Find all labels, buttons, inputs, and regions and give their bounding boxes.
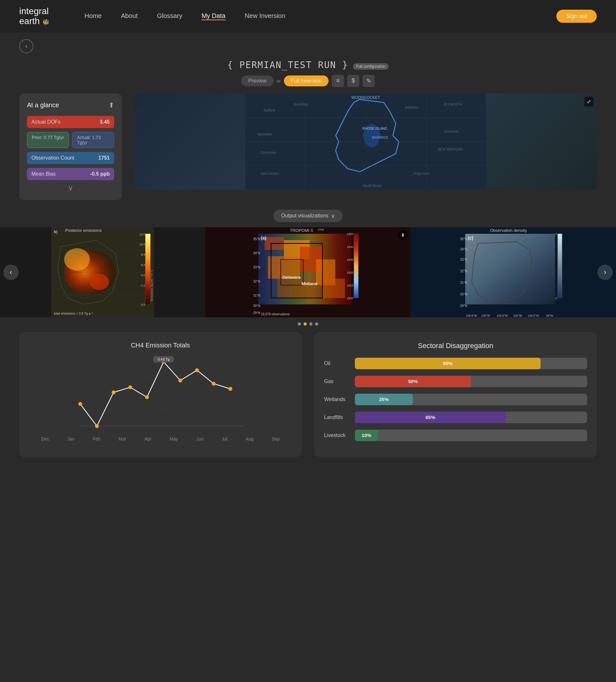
month-may: May <box>170 436 178 441</box>
svg-text:Attleboro: Attleboro <box>405 105 418 109</box>
map-background: WOONSOCKET RHODE ISLAND Stafford Smithfi… <box>135 93 597 190</box>
svg-text:4.2: 4.2 <box>141 274 145 277</box>
svg-point-118 <box>229 387 232 391</box>
carousel-section: ‹ <box>0 227 616 317</box>
svg-text:99°W: 99°W <box>546 314 553 317</box>
svg-text:Delaware: Delaware <box>282 275 301 280</box>
obs-value: 1751 <box>98 155 110 161</box>
dollar-icon-btn[interactable]: $ <box>347 75 359 87</box>
dot-4[interactable] <box>315 322 318 325</box>
bias-stat: Mean Bias -0.5 ppb <box>27 168 114 180</box>
sector-oil: Oil 80% <box>324 358 587 369</box>
nav-glossary[interactable]: Glossary <box>157 12 182 20</box>
back-button[interactable]: ‹ <box>19 39 33 53</box>
svg-text:New London: New London <box>261 172 279 175</box>
list-icon-btn[interactable]: ≡ <box>332 75 344 87</box>
svg-text:34°N: 34°N <box>460 248 467 251</box>
sector-oil-track: 80% <box>355 358 587 369</box>
carousel-next[interactable]: › <box>597 265 613 280</box>
toggle-row: Preview or Full Inversion ≡ $ ✎ <box>0 75 616 87</box>
nav-newinversion[interactable]: New Inversion <box>245 12 286 20</box>
obs-density-svg: 35°N 34°N 33°N 32°N 31°N 30°N 29°N 106.5… <box>411 227 616 317</box>
sector-landfills-label: Landfills <box>324 414 350 420</box>
svg-rect-75 <box>465 234 555 304</box>
nav-links: Home About Glossary My Data New Inversio… <box>85 12 540 20</box>
svg-point-110 <box>95 424 99 428</box>
svg-point-25 <box>64 248 90 271</box>
output-viz-label: Output visualizations <box>281 213 329 219</box>
svg-text:Colchester: Colchester <box>261 151 277 154</box>
sector-gas-label: Gas <box>324 379 350 384</box>
svg-text:TROPOMI X: TROPOMI X <box>290 228 313 233</box>
sector-livestock-label: Livestock <box>324 433 350 438</box>
sector-livestock-track: 10% <box>355 430 587 441</box>
svg-text:12.6: 12.6 <box>139 233 145 236</box>
sector-wetlands: Wetlands 25% <box>324 394 587 405</box>
svg-text:Midland: Midland <box>302 281 317 286</box>
sector-gas: Gas 50% <box>324 376 587 387</box>
export-icon[interactable]: ⬆ <box>109 101 114 110</box>
svg-point-26 <box>90 274 109 290</box>
svg-text:1820: 1820 <box>347 271 353 274</box>
svg-text:0.0: 0.0 <box>141 303 145 306</box>
glance-card: At a glance ⬆ Actual DOFs 3.45 Prior: 0.… <box>19 93 122 200</box>
dot-3[interactable] <box>309 322 312 325</box>
prior-actual-row: Prior: 0.77 Tg/yr Actual: 1.73 Tg/yr <box>27 132 114 148</box>
title-section: { PERMIAN_TEST RUN } Full configuration … <box>0 60 616 87</box>
svg-text:2: 2 <box>555 232 557 236</box>
svg-text:30°N: 30°N <box>460 293 467 296</box>
svg-text:NEW BEDFORD: NEW BEDFORD <box>438 148 463 151</box>
svg-text:31°N: 31°N <box>460 281 467 285</box>
svg-text:(c): (c) <box>468 235 473 241</box>
sector-oil-label: Oil <box>324 361 350 366</box>
toggle-or: or <box>277 78 281 84</box>
output-viz-btn[interactable]: Output visualizations ∨ <box>274 210 342 222</box>
month-apr: Apr <box>144 436 151 441</box>
nav-home[interactable]: Home <box>85 12 102 20</box>
toggle-full-inversion[interactable]: Full Inversion <box>284 75 329 86</box>
glance-title: At a glance <box>27 101 59 109</box>
svg-text:RHODE ISLAND: RHODE ISLAND <box>362 127 387 130</box>
download-btn[interactable]: ⬇ <box>398 230 408 240</box>
month-sep: Sep <box>272 436 280 441</box>
sector-livestock-bar: 10% <box>355 430 378 441</box>
svg-text:(a): (a) <box>261 235 266 241</box>
svg-point-109 <box>78 402 82 406</box>
svg-text:2.1: 2.1 <box>141 284 145 287</box>
carousel-prev[interactable]: ‹ <box>3 265 19 280</box>
glance-expand[interactable]: ∨ <box>27 184 114 192</box>
svg-text:0: 0 <box>555 297 557 300</box>
svg-text:1810: 1810 <box>347 284 353 287</box>
carousel-item-posterior: 12.6 10.5 8.4 6.3 4.2 2.1 0.0 Emissions … <box>0 227 205 317</box>
signout-button[interactable]: Sign out <box>556 9 597 23</box>
ch4-x-axis: Dec Jan Feb Mar Apr May Jun Jul Aug Sep <box>29 436 292 441</box>
svg-text:29°N: 29°N <box>460 304 467 308</box>
svg-point-111 <box>112 390 116 394</box>
svg-text:33°N: 33°N <box>253 266 260 269</box>
sector-wetlands-bar: 25% <box>355 394 413 405</box>
nav-about[interactable]: About <box>121 12 138 20</box>
logo[interactable]: integral earth 🐝 <box>19 6 49 26</box>
dofs-label: Actual DOFs <box>31 119 61 125</box>
svg-text:1850: 1850 <box>347 232 353 236</box>
month-jul: Jul <box>222 436 228 441</box>
dot-2[interactable] <box>304 322 307 325</box>
map-container: ⤢ WOONSOCKET RHODE ISLAND <box>135 93 597 190</box>
config-badge: Full configuration <box>353 63 388 70</box>
toggle-preview[interactable]: Preview <box>241 75 274 86</box>
month-jan: Jan <box>67 436 75 441</box>
svg-text:1800: 1800 <box>347 297 353 300</box>
nav-mydata[interactable]: My Data <box>202 12 225 20</box>
edit-icon-btn[interactable]: ✎ <box>362 75 375 87</box>
sector-oil-bar: 80% <box>355 358 541 369</box>
month-feb: Feb <box>93 436 100 441</box>
glance-header: At a glance ⬆ <box>27 101 114 110</box>
navbar: integral earth 🐝 Home About Glossary My … <box>0 0 616 33</box>
bias-value: -0.5 ppb <box>90 171 110 177</box>
dot-1[interactable] <box>298 322 301 325</box>
svg-text:32°N: 32°N <box>460 269 467 273</box>
actual-badge: Actual: 1.73 Tg/yr <box>72 132 114 148</box>
tropomi-svg: 35°N 34°N 33°N 32°N 31°N 30°N 29°N Delaw… <box>205 227 411 317</box>
sector-gas-track: 50% <box>355 376 587 387</box>
sector-gas-bar: 50% <box>355 376 471 387</box>
